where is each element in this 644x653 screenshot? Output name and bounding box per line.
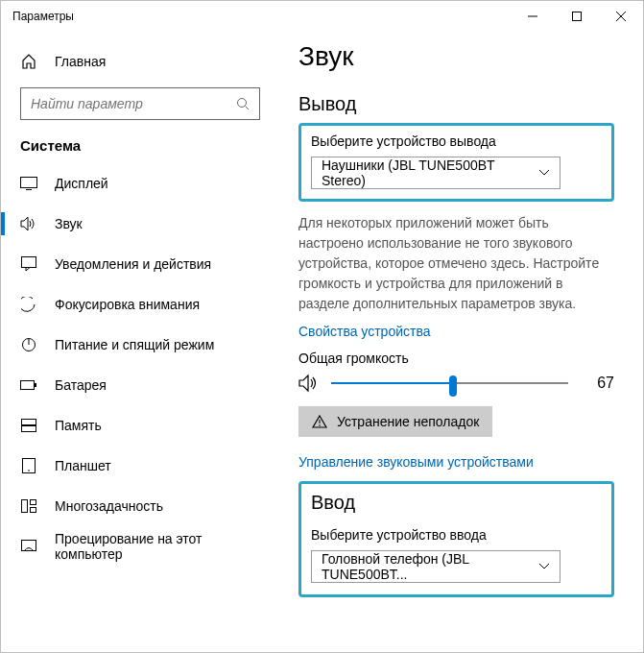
svg-line-5 [246, 107, 250, 110]
chevron-down-icon [538, 563, 550, 570]
troubleshoot-label: Устранение неполадок [337, 414, 479, 429]
sidebar-item-label: Память [55, 418, 102, 433]
home-icon [20, 53, 37, 70]
output-description: Для некоторых приложений может быть наст… [298, 213, 614, 314]
input-heading: Ввод [311, 492, 602, 514]
volume-label: Общая громкость [298, 351, 614, 366]
speaker-icon[interactable] [298, 374, 320, 393]
troubleshoot-button[interactable]: Устранение неполадок [298, 406, 492, 437]
search-icon [236, 97, 250, 110]
manage-devices-link[interactable]: Управление звуковыми устройствами [298, 454, 614, 470]
sidebar-item-sound[interactable]: Звук [1, 204, 279, 244]
output-device-label: Выберите устройство вывода [311, 133, 602, 149]
sidebar-item-label: Звук [55, 216, 83, 231]
sidebar-item-label: Уведомления и действия [55, 256, 211, 272]
focus-icon [20, 296, 37, 313]
svg-rect-14 [22, 426, 36, 432]
window-title: Параметры [12, 10, 511, 23]
warning-icon [312, 415, 327, 428]
input-device-select[interactable]: Головной телефон (JBL TUNE500BT... [311, 550, 561, 583]
sidebar-item-projecting[interactable]: Проецирование на этот компьютер [1, 526, 279, 567]
sidebar-item-multitasking[interactable]: Многозадачность [1, 486, 279, 526]
svg-rect-12 [35, 383, 36, 387]
sidebar-item-battery[interactable]: Батарея [1, 365, 279, 405]
sound-icon [20, 215, 37, 232]
output-device-select[interactable]: Наушники (JBL TUNE500BT Stereo) [311, 157, 561, 189]
sidebar-item-display[interactable]: Дисплей [1, 163, 279, 204]
svg-point-22 [319, 424, 321, 426]
svg-rect-13 [22, 420, 36, 425]
sidebar-item-label: Многозадачность [55, 498, 163, 514]
svg-rect-11 [21, 381, 35, 390]
sidebar-item-focus[interactable]: Фокусировка внимания [1, 284, 279, 325]
svg-rect-1 [573, 12, 582, 21]
maximize-button[interactable] [555, 1, 599, 32]
search-field[interactable] [31, 96, 236, 111]
device-properties-link[interactable]: Свойства устройства [298, 324, 614, 339]
output-heading: Вывод [298, 93, 614, 115]
sidebar-item-notifications[interactable]: Уведомления и действия [1, 244, 279, 284]
power-icon [20, 336, 37, 353]
svg-point-4 [238, 99, 247, 108]
minimize-button[interactable] [511, 1, 555, 32]
display-icon [20, 175, 37, 192]
sidebar-item-home[interactable]: Главная [1, 45, 279, 78]
volume-value: 67 [580, 375, 614, 392]
sidebar-group-header: Система [1, 137, 279, 163]
close-button[interactable] [599, 1, 643, 32]
input-device-label: Выберите устройство ввода [311, 527, 602, 543]
svg-point-16 [28, 470, 30, 472]
input-section-highlight: Ввод Выберите устройство ввода Головной … [298, 481, 614, 597]
svg-rect-6 [21, 178, 37, 188]
sidebar-item-power[interactable]: Питание и спящий режим [1, 325, 279, 365]
output-section-highlight: Выберите устройство вывода Наушники (JBL… [298, 123, 614, 202]
search-input[interactable] [20, 87, 260, 120]
sidebar-item-label: Проецирование на этот компьютер [55, 531, 260, 562]
sidebar-home-label: Главная [55, 54, 106, 69]
projecting-icon [20, 538, 37, 555]
sidebar-item-label: Планшет [55, 458, 111, 473]
sidebar-item-storage[interactable]: Память [1, 405, 279, 446]
sidebar-item-tablet[interactable]: Планшет [1, 446, 279, 486]
sidebar-item-label: Фокусировка внимания [55, 297, 200, 312]
multitasking-icon [20, 497, 37, 515]
output-device-value: Наушники (JBL TUNE500BT Stereo) [322, 157, 538, 188]
svg-rect-19 [31, 508, 36, 513]
sidebar-item-label: Дисплей [55, 176, 108, 191]
svg-rect-18 [31, 500, 36, 505]
sidebar-item-label: Питание и спящий режим [55, 337, 214, 352]
svg-rect-8 [22, 257, 36, 268]
svg-rect-17 [22, 500, 28, 513]
tablet-icon [20, 457, 37, 474]
input-device-value: Головной телефон (JBL TUNE500BT... [322, 551, 538, 582]
volume-slider[interactable] [331, 374, 568, 393]
svg-rect-20 [22, 541, 36, 551]
chevron-down-icon [538, 169, 550, 177]
storage-icon [20, 417, 37, 434]
battery-icon [20, 376, 37, 394]
notification-icon [20, 255, 37, 273]
page-title: Звук [298, 41, 614, 72]
sidebar-item-label: Батарея [55, 377, 107, 393]
